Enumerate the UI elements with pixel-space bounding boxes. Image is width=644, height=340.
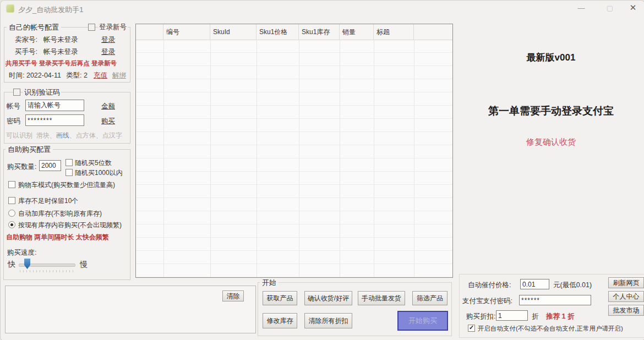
random5-label: 随机买5位数: [75, 158, 112, 168]
purchase-config-title: 自助购买配置: [6, 145, 53, 155]
filter-products-button[interactable]: 筛选产品: [412, 291, 447, 305]
log-box[interactable]: 清除: [5, 286, 256, 333]
captcha-password-label: 密码: [7, 117, 20, 126]
column-header-filler: [414, 24, 452, 40]
add-stock-label: 自动加库存(不影响原有库存): [18, 209, 102, 218]
amount-link[interactable]: 金额: [101, 102, 115, 111]
hint-a: 滑块、: [36, 131, 56, 139]
discount-recommend: 推荐 1 折: [546, 312, 574, 321]
payment-panel: 自动催付价格: 元(最低0.01) 支付宝支付密码: 购买折扣: 折 推荐 1 …: [459, 274, 644, 338]
clear-log-button[interactable]: 清除: [222, 290, 244, 301]
random1000-label: 随机买1000以内: [75, 168, 123, 178]
cart-mode-checkbox[interactable]: [8, 181, 15, 188]
discount-input[interactable]: [496, 310, 528, 321]
confirm-receipt-button[interactable]: 确认收货/好评: [304, 291, 352, 305]
captcha-password-input[interactable]: [25, 114, 84, 126]
alipay-password-input[interactable]: [519, 295, 591, 305]
login-new-label: 登录新号: [98, 23, 128, 32]
cart-mode-label: 购物车模式(购买数量少但流量高): [18, 180, 115, 190]
grid-line: [256, 40, 257, 277]
captcha-account-label: 帐号: [7, 102, 20, 111]
captcha-hint: 可以识别 滑块、画线、点方体、点汉字: [6, 131, 122, 140]
market-button[interactable]: 批发市场: [608, 305, 644, 316]
modify-stock-button[interactable]: 修改库存: [263, 313, 297, 328]
column-header-id[interactable]: 编号: [163, 24, 210, 40]
minimize-button[interactable]: —: [573, 4, 590, 12]
quantity-label: 购买数量:: [7, 162, 36, 172]
urge-price-input[interactable]: [520, 279, 549, 289]
column-header-skuid[interactable]: SkuId: [210, 24, 256, 40]
start-group: 开始 获取产品 确认收货/好评 手动批量发货 筛选产品 修改库存 清除所有折扣 …: [258, 282, 452, 336]
account-config-title: 自己的帐号配置: [7, 23, 61, 32]
maximize-button[interactable]: ▢: [602, 4, 618, 12]
urge-price-label: 自动催付价格:: [468, 281, 511, 290]
speed-slider-thumb[interactable]: [24, 259, 30, 269]
captcha-title: 识别验证码: [23, 87, 61, 97]
discount-unit: 折: [532, 312, 539, 321]
speed-label: 购买速度:: [7, 248, 36, 257]
get-products-button[interactable]: 获取产品: [263, 291, 297, 305]
buyer-label: 买手号:: [15, 47, 37, 57]
app-window: 夕夕_自动批发助手1 — ▢ ✕ 自己的帐号配置 登录新号 卖家号: 帐号未登录…: [0, 0, 644, 340]
speed-fast-label: 快: [8, 260, 15, 270]
column-header-stock[interactable]: Sku1库存: [299, 24, 340, 40]
buyer-login-link[interactable]: 登录: [101, 47, 115, 57]
column-header-price[interactable]: Sku1价格: [256, 24, 299, 40]
hint-prefix: 可以识别: [6, 131, 32, 139]
app-icon: [6, 4, 14, 13]
speed-warning: 自助购物 两单间隔时长 太快会频繁: [6, 233, 109, 242]
buy-by-stock-label: 按现有库存内容购买(不会出现频繁): [18, 221, 122, 230]
captcha-group: 识别验证码 帐号 金额 密码 购买 可以识别 滑块、画线、点方体、点汉字: [4, 92, 130, 144]
grid-line: [163, 40, 164, 277]
profile-button[interactable]: 个人中心: [608, 291, 644, 302]
start-buy-button[interactable]: 开始购买: [397, 311, 448, 331]
row-selector-header[interactable]: [136, 24, 163, 40]
seller-label: 卖家号:: [15, 35, 37, 45]
recharge-link[interactable]: 充值: [94, 71, 107, 80]
window-title: 夕夕_自动批发助手1: [18, 5, 83, 15]
grid-line: [340, 40, 340, 277]
manual-ship-button[interactable]: 手动批量发货: [358, 291, 405, 305]
random5-checkbox[interactable]: [66, 159, 73, 166]
alipay-notice-text: 第一单需要手动登录支付宝: [463, 104, 639, 118]
table-header: 编号 SkuId Sku1价格 Sku1库存 销量 标题: [136, 24, 452, 40]
unbind-link[interactable]: 解绑: [112, 71, 126, 80]
buyer-status: 帐号未登录: [43, 47, 78, 57]
alipay-password-label: 支付宝支付密码:: [462, 297, 512, 306]
keep-stock-checkbox[interactable]: [8, 197, 15, 204]
titlebar: 夕夕_自动批发助手1 — ▢ ✕: [1, 1, 644, 17]
close-button[interactable]: ✕: [625, 3, 641, 13]
add-stock-radio[interactable]: [8, 210, 15, 217]
hint-b: 、点方体、点汉字: [69, 131, 122, 139]
column-header-sales[interactable]: 销量: [340, 24, 374, 40]
captcha-checkbox[interactable]: [13, 89, 20, 96]
urge-price-suffix: 元(最低0.01): [553, 281, 592, 290]
autopay-checkbox[interactable]: [468, 325, 475, 332]
login-new-checkbox[interactable]: [88, 24, 95, 31]
quantity-input[interactable]: [39, 160, 61, 171]
hint-blue: 画线: [56, 131, 69, 139]
autopay-label: 开启自动支付(不勾选不会自动支付,正常用户请开启): [478, 325, 623, 333]
product-table: 编号 SkuId Sku1价格 Sku1库存 销量 标题: [135, 24, 453, 278]
table-body: [136, 40, 452, 277]
buy-by-stock-radio[interactable]: [8, 221, 15, 228]
time-text: 时间: 2022-04-11: [9, 71, 61, 80]
refresh-page-button[interactable]: 刷新网页: [608, 277, 644, 288]
shared-buyer-warning: 共用买手号 登录买手号后再点 登录新号: [6, 59, 117, 68]
account-config-group: 自己的帐号配置 登录新号 卖家号: 帐号未登录 登录 买手号: 帐号未登录 登录…: [4, 27, 130, 83]
speed-slider-ticks: [20, 270, 75, 272]
purchase-config-group: 自助购买配置 购买数量: 随机买5位数 随机买1000以内 购物车模式(购买数量…: [3, 149, 130, 280]
type-text: 类型: 2: [66, 71, 88, 80]
grid-line: [210, 40, 211, 277]
clear-discounts-button[interactable]: 清除所有折扣: [304, 313, 352, 328]
speed-slow-label: 慢: [80, 260, 88, 270]
seller-login-link[interactable]: 登录: [101, 35, 115, 45]
keep-stock-label: 库存不足时保留10个: [18, 196, 78, 206]
grid-line: [374, 40, 374, 277]
buy-captcha-link[interactable]: 购买: [101, 117, 115, 126]
start-group-title: 开始: [260, 278, 279, 288]
discount-label: 购买折扣:: [466, 312, 495, 321]
captcha-account-input[interactable]: [25, 100, 84, 111]
random1000-checkbox[interactable]: [66, 169, 73, 176]
column-header-title[interactable]: 标题: [374, 24, 414, 40]
